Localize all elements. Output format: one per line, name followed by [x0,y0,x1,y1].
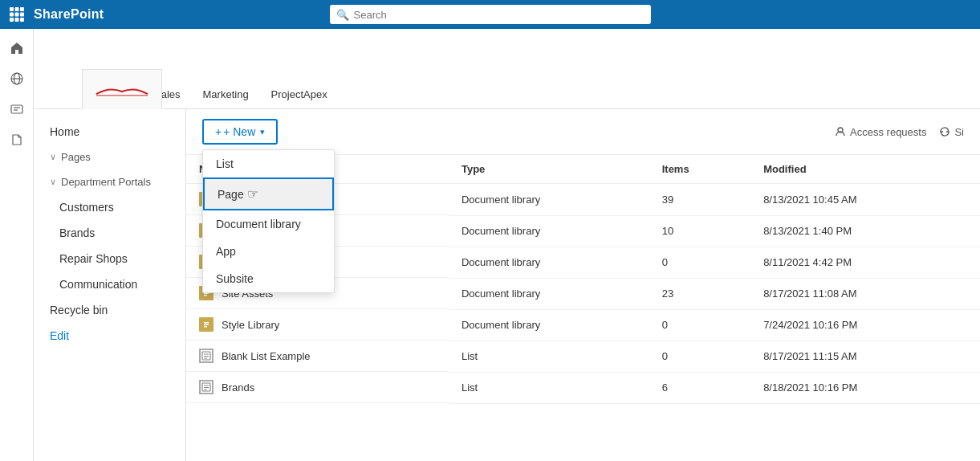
cell-modified: 8/13/2021 1:40 PM [750,215,980,247]
cell-type: Document library [449,247,649,278]
nav-home[interactable]: Home [34,119,185,145]
cell-name[interactable]: Brands [186,372,449,403]
nav-dept-portals[interactable]: ∨ Department Portals [34,169,185,194]
access-requests-btn[interactable]: Access requests [835,126,926,138]
dropdown-app[interactable]: App [203,238,334,265]
tab-marketing[interactable]: Marketing [192,82,260,108]
svg-rect-12 [11,105,22,113]
logo-area [82,69,162,113]
left-sidebar [0,29,34,461]
chevron-down-icon: ▾ [260,127,265,137]
nav-brands[interactable]: Brands [34,220,185,246]
svg-rect-32 [204,295,207,296]
table-row[interactable]: Style Library Document library 0 7/24/20… [186,309,980,341]
new-button[interactable]: + + New ▾ [202,119,278,145]
cell-type: Document library [449,278,649,309]
site-tabs: Sales Marketing ProjectApex [143,82,339,108]
nav-recycle-bin[interactable]: Recycle bin [34,297,185,323]
dropdown-page[interactable]: Page [203,177,334,210]
cell-modified: 7/24/2021 10:16 PM [750,309,980,341]
svg-rect-4 [15,13,19,17]
toolbar-right: Access requests Si [835,126,964,138]
cell-type: List [449,341,649,372]
nav-communication[interactable]: Communication [34,271,185,297]
cell-name[interactable]: Style Library [186,309,449,341]
nav-repair-shops[interactable]: Repair Shops [34,246,185,271]
col-modified: Modified [750,155,980,184]
cell-modified: 8/13/2021 10:45 AM [750,184,980,216]
dropdown-doc-library[interactable]: Document library [203,210,334,238]
svg-rect-2 [20,7,24,11]
app-title: SharePoint [34,7,104,22]
list-icon [199,380,213,394]
search-bar[interactable]: 🔍 [330,5,651,24]
cell-type: Document library [449,215,649,247]
col-type: Type [449,155,649,184]
new-dropdown-menu: List Page Document library App Subsite [202,149,335,293]
list-icon [199,349,213,363]
cell-items: 6 [649,372,750,403]
tab-projectapex[interactable]: ProjectApex [260,82,339,108]
svg-rect-7 [15,18,19,22]
table-row[interactable]: Brands List 6 8/18/2021 10:16 PM [186,372,980,403]
search-input[interactable] [354,9,645,21]
sidebar-doc-icon[interactable] [4,127,30,153]
cell-items: 0 [649,309,750,341]
main-content: + + New ▾ List Page Document library App… [186,109,980,461]
sidebar-news-icon[interactable] [4,96,30,122]
cell-items: 0 [649,341,750,372]
svg-rect-6 [10,18,14,22]
cell-type: List [449,372,649,403]
sync-btn[interactable]: Si [939,126,964,138]
col-items: Items [649,155,750,184]
nav-sidebar: Home ∨ Pages ∨ Department Portals Custom… [34,109,186,461]
doc-lib-icon [199,317,213,332]
plus-icon: + [215,125,222,138]
dropdown-subsite[interactable]: Subsite [203,265,334,292]
cell-type: Document library [449,309,649,341]
svg-rect-36 [204,326,207,328]
cell-items: 23 [649,278,750,309]
dropdown-list[interactable]: List [203,150,334,177]
site-header: Sales Marketing ProjectApex [34,29,980,109]
svg-rect-1 [15,7,19,11]
cell-modified: 8/17/2021 11:08 AM [750,278,980,309]
waffle-icon[interactable] [10,7,24,22]
cell-name[interactable]: Blank List Example [186,341,449,372]
cell-items: 10 [649,215,750,247]
cell-modified: 8/11/2021 4:42 PM [750,247,980,278]
nav-edit[interactable]: Edit [34,323,185,349]
pages-chevron: ∨ [50,152,56,162]
cell-type: Document library [449,184,649,216]
sidebar-home-icon[interactable] [4,35,30,61]
svg-rect-8 [20,18,24,22]
svg-rect-34 [204,322,209,324]
nav-pages[interactable]: ∨ Pages [34,145,185,169]
cell-items: 39 [649,184,750,216]
dept-chevron: ∨ [50,177,56,187]
svg-rect-3 [10,13,14,17]
svg-rect-5 [20,13,24,17]
toolbar: + + New ▾ List Page Document library App… [186,109,980,155]
cursor-icon [244,188,258,201]
top-bar: SharePoint 🔍 [0,0,980,29]
table-row[interactable]: Blank List Example List 0 8/17/2021 11:1… [186,341,980,372]
svg-rect-0 [10,7,14,11]
svg-rect-35 [204,324,209,326]
cell-modified: 8/18/2021 10:16 PM [750,372,980,403]
sidebar-globe-icon[interactable] [4,66,30,92]
cell-modified: 8/17/2021 11:15 AM [750,341,980,372]
cell-items: 0 [649,247,750,278]
nav-customers[interactable]: Customers [34,194,185,220]
logo-box [82,69,162,113]
search-icon: 🔍 [336,9,349,21]
